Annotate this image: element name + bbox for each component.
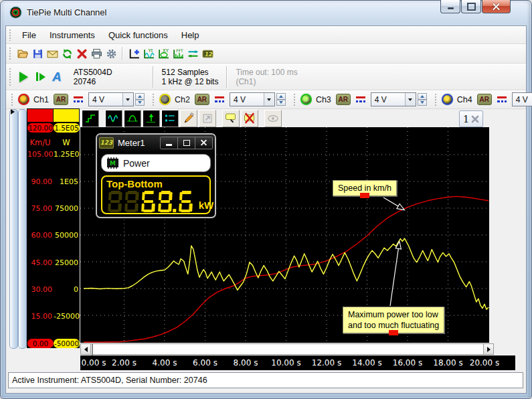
dc-coupling-icon[interactable] <box>497 95 508 104</box>
channel-led-icon[interactable] <box>18 94 29 105</box>
settings-button[interactable] <box>104 46 118 61</box>
start-measurement-button[interactable] <box>19 72 28 82</box>
menu-item-help[interactable]: Help <box>175 27 206 43</box>
range-spinner[interactable] <box>418 93 427 106</box>
spin-up-button[interactable] <box>276 93 286 100</box>
axis-collapse-arrow-icon[interactable] <box>11 109 15 114</box>
range-select[interactable]: 4 V <box>371 92 416 106</box>
title-bar[interactable]: TiePie Multi Channel <box>0 0 532 25</box>
autorange-button[interactable]: AR <box>195 94 209 105</box>
envelope-markers-button[interactable] <box>124 110 141 127</box>
channel-led-icon[interactable] <box>300 94 312 105</box>
rise-marker-button[interactable] <box>143 110 160 127</box>
add-graph-icon <box>128 48 140 60</box>
save-button[interactable] <box>30 46 45 61</box>
seg-digit-lit <box>141 191 156 212</box>
yellow-axis-tick[interactable]: -50000 <box>54 339 80 348</box>
meter-window-title: Meter1 <box>118 138 160 148</box>
scrollbar-track[interactable] <box>91 343 483 355</box>
step-display-button[interactable] <box>82 110 99 127</box>
fft-graph-button[interactable]: FFT <box>171 46 185 61</box>
scroll-right-button[interactable] <box>483 343 494 355</box>
email-button[interactable] <box>45 46 60 61</box>
spin-down-button[interactable] <box>276 100 286 106</box>
scroll-left-button[interactable] <box>80 343 91 355</box>
spin-down-button[interactable] <box>418 100 427 106</box>
oneshot-measurement-button[interactable] <box>36 72 46 81</box>
meter-maximize-button[interactable] <box>177 137 195 149</box>
chevron-down-icon[interactable] <box>405 93 416 106</box>
add-graph-button[interactable] <box>126 46 141 61</box>
spin-down-button[interactable] <box>135 100 145 106</box>
instrument-model: ATS5004D <box>74 68 112 77</box>
dc-coupling-icon[interactable] <box>214 95 226 104</box>
meter-title-bar[interactable]: 123 Meter1 <box>97 135 215 151</box>
power-arrow-line <box>390 248 398 306</box>
callout-speed-text: Speed in km/h <box>338 183 391 193</box>
delete-callout-button[interactable] <box>241 110 258 127</box>
spin-up-button[interactable] <box>418 93 427 100</box>
refresh-icon <box>62 48 73 60</box>
callout-power[interactable]: Maximum power too low and too much fluct… <box>343 307 444 333</box>
autorange-button[interactable]: AR <box>54 94 68 105</box>
red-axis-scrollbar[interactable] <box>9 109 18 349</box>
red-axis-header[interactable] <box>27 109 53 122</box>
meter-minimize-button[interactable] <box>161 137 177 149</box>
zoom-restore-button[interactable] <box>199 110 216 127</box>
yellow-axis-header[interactable] <box>54 109 79 122</box>
add-meter-button[interactable]: 123 <box>200 46 215 61</box>
yellow-axis-tick[interactable]: 1.5E05 <box>54 123 80 133</box>
menu-item-instruments[interactable]: Instruments <box>43 27 102 43</box>
arrow-up-icon <box>145 112 157 125</box>
autorange-button[interactable]: AR <box>477 94 492 105</box>
xy-graph-button[interactable]: XY <box>156 46 171 61</box>
chevron-down-icon[interactable] <box>264 93 274 106</box>
yt-graph-button[interactable]: Yt <box>141 46 156 61</box>
red-axis-tick[interactable]: 0.00 <box>27 339 54 348</box>
horizontal-scrollbar[interactable] <box>80 343 494 355</box>
channel-list-button[interactable] <box>161 110 179 127</box>
channel-led-icon[interactable] <box>159 94 171 105</box>
xy-graph-icon: XY <box>158 48 169 60</box>
meter-window[interactable]: 123 Meter1 M Power Top-Bottom kW <box>96 133 216 218</box>
chevron-down-icon[interactable] <box>122 93 133 106</box>
range-spinner[interactable] <box>135 93 145 106</box>
menu-item-file[interactable]: File <box>15 27 43 43</box>
graph-tab-1[interactable]: 1 <box>459 110 483 127</box>
close-button[interactable] <box>482 0 511 13</box>
red-axis-tick: 90.00 <box>27 177 52 186</box>
open-button[interactable] <box>15 46 30 61</box>
range-select[interactable]: 4 V <box>230 92 275 106</box>
autorange-button[interactable]: AR <box>336 94 351 105</box>
range-select[interactable]: 4 V <box>512 92 532 106</box>
maximize-button[interactable] <box>461 0 481 13</box>
sine-display-button[interactable] <box>105 110 122 127</box>
delete-button[interactable] <box>74 46 89 61</box>
print-button[interactable] <box>89 46 104 61</box>
instrument-letter-icon[interactable]: A <box>52 70 62 84</box>
toolbar-grip <box>152 93 155 106</box>
add-callout-button[interactable] <box>222 110 240 127</box>
range-select[interactable]: 4 V <box>88 92 134 106</box>
minimize-button[interactable] <box>440 0 460 13</box>
hide-graph-button[interactable] <box>264 110 282 127</box>
dc-coupling-icon[interactable] <box>73 95 84 104</box>
meter-close-button[interactable] <box>195 137 212 149</box>
dc-coupling-icon[interactable] <box>355 95 367 104</box>
callout-speed[interactable]: Speed in km/h <box>333 180 397 196</box>
red-axis-tick[interactable]: 120.00 <box>27 123 54 133</box>
menu-item-quick-functions[interactable]: Quick functions <box>102 27 175 43</box>
range-spinner[interactable] <box>276 93 286 106</box>
pen-annotate-button[interactable] <box>180 110 197 127</box>
spin-up-button[interactable] <box>135 93 145 100</box>
yellow-axis-scrollbar[interactable] <box>18 109 27 349</box>
window-title: TiePie Multi Channel <box>27 7 106 17</box>
levels-button[interactable] <box>185 46 200 61</box>
fft-graph-icon: FFT <box>173 48 184 60</box>
meter-source-selector[interactable]: M Power <box>101 154 211 172</box>
channel-list-icon <box>164 112 176 125</box>
channel-led-icon[interactable] <box>442 94 453 105</box>
refresh-button[interactable] <box>60 46 74 61</box>
channel-group-ch4: Ch4AR4 V <box>430 90 532 108</box>
close-graph-icon[interactable] <box>471 115 479 123</box>
